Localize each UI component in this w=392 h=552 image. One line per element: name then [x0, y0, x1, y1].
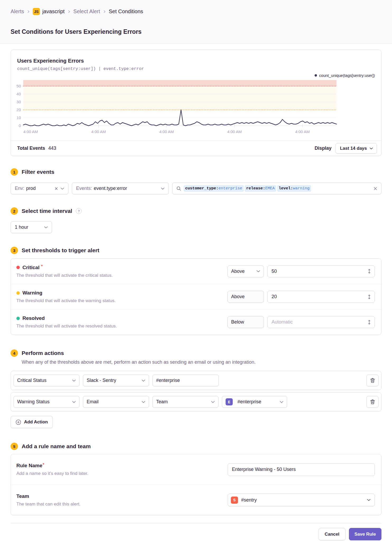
chevron-down-icon: [280, 401, 283, 403]
svg-text:4:00 AM: 4:00 AM: [295, 129, 310, 134]
breadcrumb-select-alert[interactable]: Select Alert: [73, 8, 100, 15]
breadcrumb-separator-icon: [103, 10, 106, 14]
clear-icon[interactable]: [55, 187, 58, 190]
action-trigger-value: Warning Status: [17, 399, 49, 405]
svg-text:4:00 AM: 4:00 AM: [159, 129, 174, 134]
chart-legend: count_unique(tags[sentry:user]): [315, 73, 375, 78]
critical-threshold-input[interactable]: [271, 268, 367, 274]
help-icon[interactable]: ?: [76, 208, 82, 214]
event-filter-search-input[interactable]: customer_type:enterprise release:EMEA le…: [172, 183, 381, 194]
event-types-select-label: Events:: [76, 186, 92, 191]
stepper-icon[interactable]: [367, 294, 371, 300]
total-events-label: Total Events: [17, 146, 45, 151]
rule-name-input[interactable]: [228, 463, 375, 476]
action-trigger-select[interactable]: Warning Status: [13, 396, 80, 408]
stepper-icon[interactable]: [367, 320, 371, 325]
trash-icon: [370, 399, 375, 404]
token-key: customer_type:: [185, 186, 218, 191]
action-service-select[interactable]: Email: [83, 396, 149, 408]
save-rule-button[interactable]: Save Rule: [349, 528, 381, 540]
search-token[interactable]: release:EMEA: [245, 185, 276, 191]
rule-name-input-wrap: [228, 463, 375, 476]
event-types-select[interactable]: Events: event.type:error: [72, 183, 169, 194]
required-asterisk: *: [41, 264, 43, 269]
action-trigger-select[interactable]: Critical Status: [13, 375, 80, 386]
warning-operator-value: Above: [231, 294, 245, 300]
environment-select[interactable]: Env: prod: [11, 183, 68, 194]
time-interval-value: 1 hour: [15, 224, 28, 230]
critical-operator-select[interactable]: Above: [227, 265, 264, 277]
breadcrumb-current: Set Conditions: [109, 8, 143, 15]
action-target-type-select[interactable]: Team: [152, 396, 218, 408]
breadcrumb-separator-icon: [27, 10, 30, 14]
clear-search-icon[interactable]: [374, 187, 377, 190]
critical-description: The threshold that will activate the cri…: [16, 273, 227, 278]
resolved-label: Resolved: [22, 315, 45, 321]
javascript-project-icon: JS: [33, 8, 40, 15]
section-time-interval: 2 Select time interval ?: [11, 207, 381, 215]
svg-text:0: 0: [19, 123, 21, 128]
team-select-value: #sentry: [241, 497, 257, 503]
cancel-label: Cancel: [325, 532, 339, 537]
action-row-warning: Warning Status Email Team E #enterprise: [11, 392, 381, 411]
team-label: Team: [16, 493, 228, 499]
step-4-badge: 4: [11, 349, 18, 357]
page-title: Set Conditions for Users Experiencing Er…: [11, 28, 381, 35]
chevron-down-icon: [72, 401, 76, 403]
chevron-down-icon: [367, 499, 371, 501]
chevron-down-icon: [370, 147, 373, 149]
section-thresholds: 3 Set thresholds to trigger alert: [11, 247, 381, 254]
critical-status-dot: [16, 266, 20, 269]
breadcrumb-project-label: javascript: [42, 8, 64, 15]
team-avatar-sentry: S: [231, 497, 238, 504]
breadcrumb-alerts[interactable]: Alerts: [11, 8, 24, 15]
warning-status-dot: [16, 291, 20, 295]
add-action-button[interactable]: Add Action: [11, 416, 53, 428]
svg-text:30: 30: [16, 100, 21, 104]
slack-channel-input[interactable]: [152, 375, 219, 386]
search-token[interactable]: level:warning: [277, 185, 311, 191]
warning-description: The threshold that will activate the war…: [16, 298, 227, 303]
warning-threshold-row: Warning The threshold that will activate…: [11, 284, 381, 309]
legend-dot-icon: [315, 74, 317, 77]
resolved-description: The threshold that will activate the res…: [16, 324, 227, 329]
warning-threshold-input-wrap: [267, 291, 375, 303]
resolved-threshold-input[interactable]: [271, 319, 367, 325]
cancel-button[interactable]: Cancel: [319, 528, 346, 540]
section-thresholds-title: Set thresholds to trigger alert: [22, 247, 99, 254]
chart-title: Users Experiencing Errors: [17, 58, 375, 64]
section-actions-title: Perform actions: [22, 350, 64, 356]
rule-name-label: Rule Name: [16, 463, 42, 468]
page-header: Alerts JS javascript Select Alert Set Co…: [0, 0, 392, 44]
action-service-select[interactable]: Slack - Sentry: [83, 375, 149, 386]
token-value: enterprise: [218, 186, 242, 191]
actions-description: When any of the thresholds above are met…: [22, 359, 381, 365]
display-range-dropdown[interactable]: Last 14 days: [335, 143, 377, 154]
warning-threshold-input[interactable]: [271, 294, 367, 300]
token-value: warning: [293, 186, 310, 191]
step-3-badge: 3: [11, 247, 18, 254]
delete-action-button[interactable]: [366, 375, 379, 386]
stepper-icon[interactable]: [367, 269, 371, 274]
action-trigger-value: Critical Status: [17, 378, 46, 383]
token-key: level:: [279, 186, 293, 191]
svg-text:4:00 AM: 4:00 AM: [23, 129, 38, 134]
team-select[interactable]: S #sentry: [228, 494, 375, 506]
form-footer: Cancel Save Rule: [11, 523, 381, 551]
resolved-operator-button[interactable]: Below: [227, 316, 264, 328]
breadcrumb-separator-icon: [68, 10, 71, 14]
search-token[interactable]: customer_type:enterprise: [184, 185, 244, 191]
warning-label: Warning: [22, 290, 42, 296]
svg-text:4:00 AM: 4:00 AM: [227, 129, 242, 134]
team-row: Team The team that can edit this alert. …: [11, 485, 381, 515]
alert-threshold-chart: 4:00 AM4:00 AM4:00 AM4:00 AM4:00 AM01020…: [11, 78, 341, 141]
section-naming-title: Add a rule name and team: [22, 443, 91, 450]
alert-chart-card: Users Experiencing Errors count_unique(t…: [11, 50, 381, 156]
action-team-select[interactable]: E #enterprise: [222, 396, 287, 408]
step-5-badge: 5: [11, 443, 18, 450]
chart-query: count_unique(tags[sentry:user]) | event.…: [17, 67, 375, 71]
delete-action-button[interactable]: [366, 396, 379, 408]
warning-operator-button[interactable]: Above: [227, 291, 264, 303]
breadcrumb-project[interactable]: JS javascript: [33, 8, 64, 15]
time-interval-select[interactable]: 1 hour: [11, 221, 52, 233]
